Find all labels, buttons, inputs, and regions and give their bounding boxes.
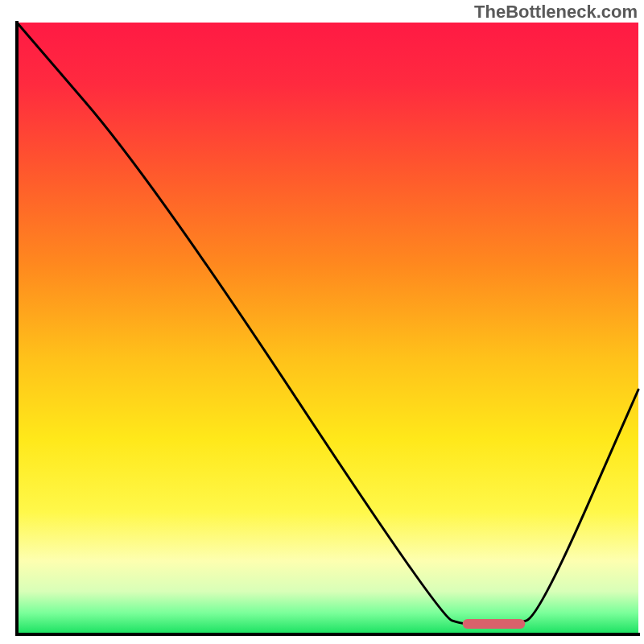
chart-container: TheBottleneck.com xyxy=(0,0,644,644)
bottleneck-chart xyxy=(0,0,644,644)
watermark-text: TheBottleneck.com xyxy=(474,2,638,23)
gradient-background xyxy=(17,23,638,634)
